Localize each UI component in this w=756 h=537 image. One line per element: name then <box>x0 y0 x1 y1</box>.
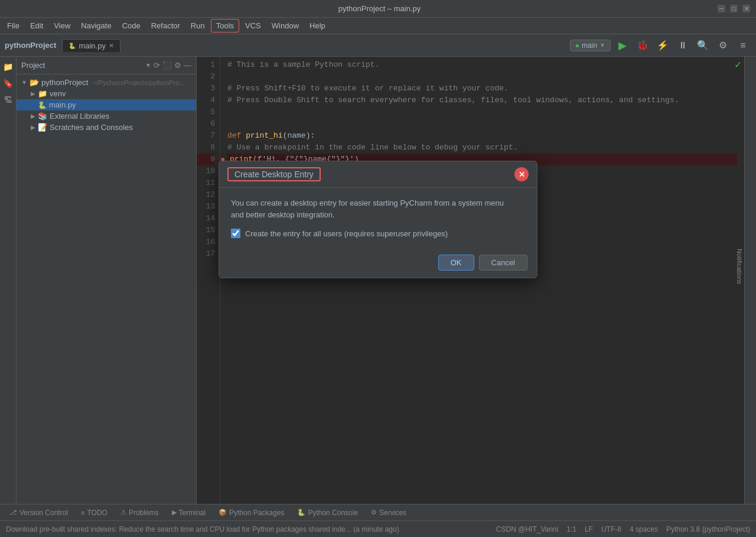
dialog-header: Create Desktop Entry ✕ <box>219 161 537 188</box>
create-desktop-entry-dialog: Create Desktop Entry ✕ You can create a … <box>219 161 537 278</box>
dialog-footer: OK Cancel <box>219 248 537 278</box>
dialog-close-button[interactable]: ✕ <box>514 167 529 181</box>
dialog-message: You can create a desktop entry for easie… <box>231 197 525 220</box>
dialog-checkbox-row: Create the entry for all users (requires… <box>231 229 525 238</box>
dialog-body: You can create a desktop entry for easie… <box>219 188 537 248</box>
all-users-checkbox-label: Create the entry for all users (requires… <box>245 229 448 238</box>
dialog-cancel-button[interactable]: Cancel <box>479 255 527 271</box>
dialog-ok-button[interactable]: OK <box>438 255 474 271</box>
all-users-checkbox[interactable] <box>231 229 240 238</box>
dialog-title: Create Desktop Entry <box>227 167 321 181</box>
